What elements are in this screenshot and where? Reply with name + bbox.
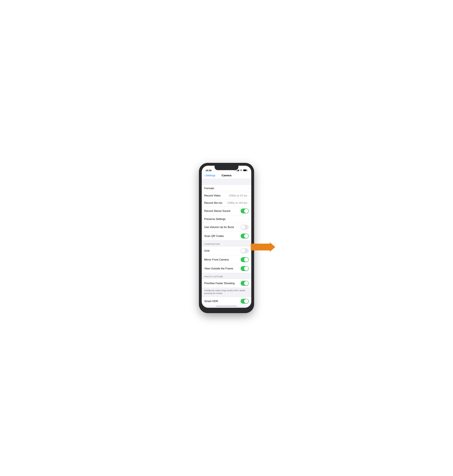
- phone-screen: 10:29 ↗: [202, 166, 251, 308]
- prioritise-faster-label: Prioritise Faster Shooting: [204, 282, 235, 285]
- record-stereo-row: Record Stereo Sound: [202, 207, 251, 215]
- nav-bar: ‹ Settings Camera: [202, 173, 251, 179]
- prioritise-faster-toggle-knob: [244, 281, 248, 285]
- notch: [215, 166, 238, 170]
- record-slomo-row[interactable]: Record Slo-mo 1080p at 240 fps ›: [202, 199, 251, 207]
- mirror-front-label: Mirror Front Camera: [204, 258, 229, 261]
- annotation-arrow: [250, 242, 276, 252]
- back-chevron-icon: ‹: [204, 174, 205, 177]
- home-indicator: [216, 306, 237, 306]
- status-time: 10:29: [205, 169, 212, 172]
- view-outside-toggle[interactable]: [241, 266, 249, 271]
- phone-shell: 10:29 ↗: [199, 164, 254, 312]
- photo-capture-gap: PHOTO CAPTURE: [202, 273, 251, 279]
- smart-hdr-toggle[interactable]: [241, 299, 249, 304]
- faster-shooting-description: Intelligently adapt image quality when r…: [202, 288, 251, 297]
- record-stereo-toggle-knob: [244, 209, 248, 213]
- scan-qr-row: Scan QR Codes: [202, 232, 251, 240]
- volume-burst-row: Use Volume Up for Burst: [202, 223, 251, 232]
- photo-capture-title: PHOTO CAPTURE: [204, 276, 223, 278]
- grid-toggle[interactable]: [241, 248, 249, 253]
- mirror-front-toggle-knob: [244, 257, 248, 262]
- battery-icon: [243, 169, 248, 171]
- composition-gap: COMPOSITION: [202, 241, 251, 246]
- smart-hdr-label: Smart HDR: [204, 300, 218, 303]
- smart-hdr-toggle-knob: [244, 299, 248, 303]
- record-slomo-right: 1080p at 240 fps ›: [227, 201, 249, 205]
- svg-marker-0: [251, 242, 275, 252]
- scene: 10:29 ↗: [182, 160, 271, 316]
- record-video-right: 1080p at 30 fps ›: [229, 194, 249, 197]
- preserve-settings-label: Preserve Settings: [204, 218, 226, 221]
- formats-row[interactable]: Formats ›: [202, 185, 251, 192]
- record-video-value: 1080p at 30 fps: [229, 194, 247, 197]
- record-video-row[interactable]: Record Video 1080p at 30 fps ›: [202, 192, 251, 199]
- scan-qr-toggle[interactable]: [241, 234, 249, 238]
- record-slomo-label: Record Slo-mo: [204, 201, 222, 205]
- grid-label: Grid: [204, 249, 209, 252]
- prioritise-faster-row: Prioritise Faster Shooting: [202, 279, 251, 288]
- photo-capture-group: Prioritise Faster Shooting: [202, 279, 251, 288]
- composition-group: Grid Mirror Front Camera View Outside th…: [202, 246, 251, 273]
- record-stereo-label: Record Stereo Sound: [204, 209, 230, 213]
- formats-right: ›: [248, 187, 249, 190]
- preserve-settings-chevron: ›: [248, 218, 249, 221]
- record-video-label: Record Video: [204, 194, 221, 197]
- record-video-chevron: ›: [248, 194, 249, 197]
- page-title: Camera: [219, 174, 234, 177]
- grid-toggle-knob: [241, 249, 245, 253]
- record-slomo-value: 1080p at 240 fps: [227, 201, 247, 205]
- main-settings-group: Formats › Record Video 1080p at 30 fps ›…: [202, 185, 251, 241]
- preserve-settings-row[interactable]: Preserve Settings ›: [202, 215, 251, 223]
- record-stereo-toggle[interactable]: [241, 208, 249, 214]
- back-button[interactable]: ‹ Settings: [204, 174, 219, 177]
- record-slomo-chevron: ›: [248, 201, 249, 204]
- back-label: Settings: [206, 174, 215, 177]
- prioritise-faster-toggle[interactable]: [241, 281, 249, 286]
- mirror-front-toggle[interactable]: [241, 257, 249, 262]
- composition-title: COMPOSITION: [204, 243, 220, 245]
- smart-hdr-row: Smart HDR: [202, 297, 251, 305]
- volume-burst-label: Use Volume Up for Burst: [204, 226, 234, 229]
- scan-qr-label: Scan QR Codes: [204, 235, 224, 238]
- view-outside-label: View Outside the Frame: [204, 267, 233, 270]
- formats-chevron: ›: [248, 187, 249, 190]
- wifi-icon: [240, 169, 242, 171]
- scan-qr-toggle-knob: [244, 234, 248, 238]
- view-outside-toggle-knob: [244, 266, 248, 271]
- volume-burst-toggle[interactable]: [241, 225, 249, 230]
- mirror-front-row: Mirror Front Camera: [202, 255, 251, 264]
- volume-burst-toggle-knob: [241, 225, 245, 229]
- preserve-settings-right: ›: [248, 218, 249, 221]
- top-gap: [202, 179, 251, 185]
- view-outside-row: View Outside the Frame: [202, 264, 251, 273]
- grid-row: Grid: [202, 246, 251, 255]
- formats-label: Formats: [204, 187, 214, 190]
